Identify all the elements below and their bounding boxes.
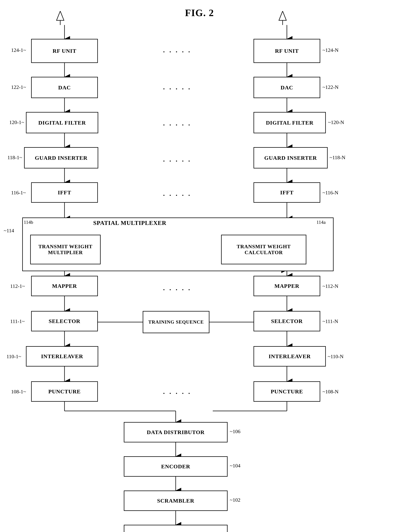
transmit-weight-calculator: TRANSMIT WEIGHT CALCULATOR (221, 235, 306, 264)
dots-mapper: . . . . . (163, 284, 191, 292)
rf-unit-n: RF UNIT (254, 39, 320, 63)
label-124-1: 124-1~ (11, 47, 26, 53)
rf-unit-1: RF UNIT (31, 39, 98, 63)
label-111-1: 111-1~ (10, 318, 25, 324)
dac-n: DAC (254, 77, 320, 98)
dac-1: DAC (31, 77, 98, 98)
label-102: ~102 (230, 497, 240, 503)
guard-inserter-1: GUARD INSERTER (24, 147, 98, 168)
dots-rf: . . . . . (163, 46, 191, 54)
label-100: ~100 (230, 531, 240, 532)
page: FIG. 2 RF UNIT 124-1~ DAC 122-1~ DIGITAL… (0, 0, 399, 532)
label-110-n: ~110-N (328, 354, 344, 360)
interleaver-1: INTERLEAVER (26, 346, 98, 367)
encoder: ENCODER (124, 456, 228, 477)
label-108-1: 108-1~ (11, 389, 26, 395)
spatial-multiplexer-border: SPATIAL MULTIPLEXER 114a 114b TRANSMIT W… (22, 217, 334, 271)
label-122-1: 122-1~ (11, 84, 26, 90)
dots-puncture: . . . . . (163, 388, 191, 396)
label-111-n: ~111-N (322, 318, 338, 324)
scrambler: SCRAMBLER (124, 491, 228, 511)
digital-filter-n: DIGITAL FILTER (254, 112, 326, 133)
mapper-n: MAPPER (254, 276, 320, 296)
antenna-1 (55, 11, 66, 27)
spatial-multiplexer-title: SPATIAL MULTIPLEXER (93, 220, 166, 226)
label-120-n: ~120-N (328, 119, 344, 125)
svg-marker-45 (279, 11, 286, 20)
dots-gi: . . . . . (163, 156, 191, 163)
selector-1: SELECTOR (31, 311, 98, 331)
dots-ifft: . . . . . (163, 190, 191, 197)
label-106: ~106 (230, 429, 240, 434)
training-sequence: TRAINING SEQUENCE (143, 311, 209, 333)
selector-n: SELECTOR (254, 311, 320, 331)
dots-df: . . . . . (163, 119, 191, 127)
transmit-weight-multiplier: TRANSMIT WEIGHT MULTIPLIER (30, 235, 101, 264)
digital-filter-1: DIGITAL FILTER (26, 112, 98, 133)
label-114a: 114a (316, 220, 326, 225)
label-114b: 114b (24, 220, 33, 225)
label-116-n: ~116-N (322, 190, 338, 196)
label-118-1: 118-1~ (7, 155, 22, 160)
label-122-n: ~122-N (322, 84, 339, 90)
antenna-n (277, 11, 288, 27)
ifft-1: IFFT (31, 182, 98, 203)
label-108-n: ~108-N (322, 389, 339, 395)
guard-inserter-n: GUARD INSERTER (254, 147, 328, 168)
puncture-n: PUNCTURE (254, 381, 320, 402)
fig-title: FIG. 2 (185, 7, 214, 18)
label-114: ~114 (4, 228, 14, 234)
puncture-1: PUNCTURE (31, 381, 98, 402)
svg-marker-43 (57, 11, 64, 20)
label-120-1: 120-1~ (9, 119, 24, 125)
label-112-n: ~112-N (322, 283, 338, 289)
label-116-1: 116-1~ (11, 190, 26, 196)
label-118-n: ~118-N (329, 155, 346, 160)
ifft-n: IFFT (254, 182, 320, 203)
label-112-1: 112-1~ (10, 283, 25, 289)
label-110-1: 110-1~ (7, 354, 21, 360)
label-124-n: ~124-N (322, 47, 339, 53)
data-generator: DATA GENERATOR (124, 525, 228, 532)
mapper-1: MAPPER (31, 276, 98, 296)
interleaver-n: INTERLEAVER (254, 346, 326, 367)
data-distributor: DATA DISTRIBUTOR (124, 422, 228, 442)
dots-dac: . . . . . (163, 83, 191, 91)
label-104: ~104 (230, 463, 240, 469)
